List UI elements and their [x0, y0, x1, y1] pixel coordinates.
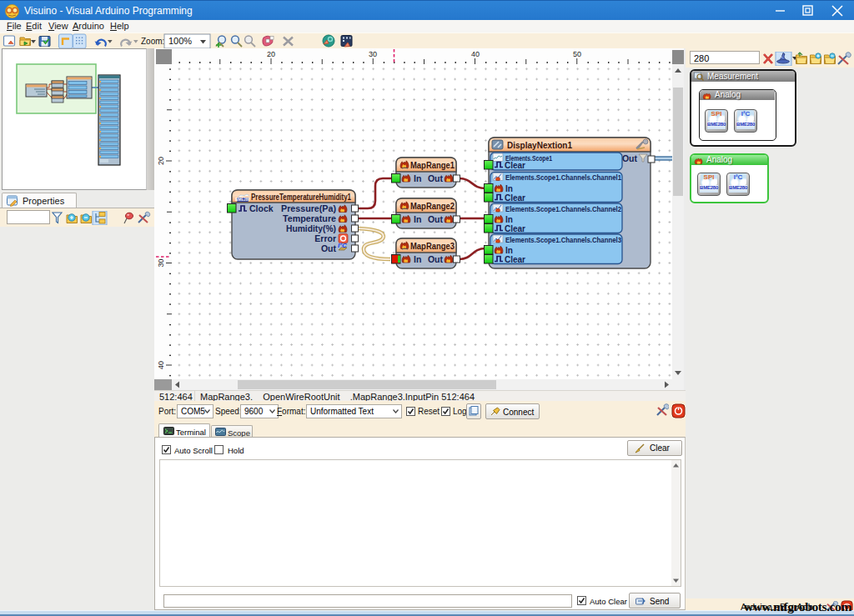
svg-text:In: In — [414, 254, 421, 264]
svg-text:30: 30 — [157, 258, 165, 267]
svg-text:100%: 100% — [168, 36, 192, 46]
svg-text:Pressure(Pa): Pressure(Pa) — [281, 203, 336, 213]
svg-text:PressureTemperatureHumidity1: PressureTemperatureHumidity1 — [251, 192, 351, 202]
svg-text:50: 50 — [573, 50, 581, 58]
svg-text:Elements.Scope1.Channels.Chann: Elements.Scope1.Channels.Channel1 — [505, 173, 622, 182]
svg-text:Elements.Scope1.Channels.Chann: Elements.Scope1.Channels.Channel2 — [505, 204, 621, 213]
svg-text:BME280: BME280 — [235, 198, 250, 202]
svg-text:MapRange1: MapRange1 — [410, 160, 455, 170]
svg-text:Error: Error — [314, 233, 336, 243]
svg-text:Out: Out — [428, 254, 444, 264]
svg-text:In: In — [505, 215, 513, 224]
svg-text:Clear: Clear — [505, 193, 525, 203]
svg-text:Out: Out — [428, 214, 444, 224]
svg-text:Clear: Clear — [505, 161, 525, 170]
svg-text:Elements.Scope1.Channels.Chann: Elements.Scope1.Channels.Channel3 — [505, 235, 621, 244]
svg-text:Temperature: Temperature — [283, 213, 336, 223]
svg-text:40: 40 — [471, 50, 480, 58]
svg-text:I²C: I²C — [338, 242, 347, 249]
svg-text:Clock: Clock — [249, 203, 274, 213]
svg-text:In: In — [505, 184, 513, 193]
svg-text:DisplayNextion1: DisplayNextion1 — [507, 140, 572, 150]
svg-text:MapRange2: MapRange2 — [410, 201, 455, 211]
svg-text:Clear: Clear — [505, 224, 525, 233]
svg-text:Humidity(%): Humidity(%) — [286, 223, 336, 233]
svg-text:In: In — [414, 214, 421, 224]
svg-text:MapRange3: MapRange3 — [410, 241, 455, 251]
svg-text:In: In — [505, 246, 513, 255]
svg-text:Out: Out — [622, 153, 638, 163]
svg-text:Clear: Clear — [505, 255, 525, 264]
svg-text:20: 20 — [267, 50, 275, 58]
svg-text:Out: Out — [428, 173, 444, 183]
svg-text:20: 20 — [157, 157, 165, 165]
svg-text:Zoom:: Zoom: — [141, 37, 164, 46]
svg-text:40: 40 — [157, 361, 165, 369]
svg-text:30: 30 — [369, 50, 377, 58]
svg-text:In: In — [414, 173, 421, 183]
svg-text:Out: Out — [321, 243, 337, 253]
